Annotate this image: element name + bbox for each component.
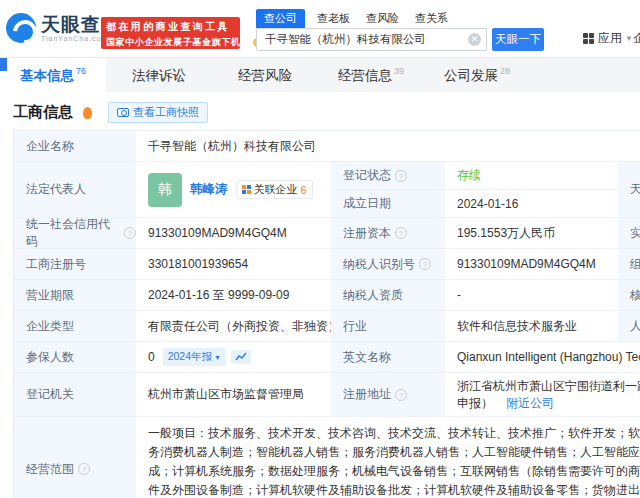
tianyancha-logo[interactable]: 天眼查 TianYanCha.com <box>6 13 108 43</box>
address-line2: 申报） <box>457 396 493 410</box>
table-row-business-term: 营业期限 2024-01-16 至 9999-09-09 纳税人资质 - 核 <box>14 280 640 311</box>
logo-swirl-icon <box>6 13 36 43</box>
tab-basic-info-count: 76 <box>76 66 86 76</box>
credit-code-value: 91330109MAD9M4GQ4M <box>136 218 331 248</box>
question-icon[interactable]: ? <box>78 463 90 475</box>
clipped-edge-text: 企 <box>633 30 640 47</box>
registration-status-label: 登记状态 ? <box>331 162 445 189</box>
tab-company-development-count: 28 <box>500 66 510 76</box>
table-row-insured-english-name: 参保人数 0 2024年报 ▼ 英文名称 Qianxun Intelligent… <box>14 342 640 373</box>
question-icon[interactable]: ? <box>419 258 431 270</box>
credit-code-text: 统一社会信用代码 <box>26 216 120 250</box>
industry-label: 行业 <box>331 311 445 341</box>
trend-chart-button[interactable] <box>231 350 251 364</box>
business-info-card: 工商信息 查看工商快照 企业名称 千寻智能（杭州）科技有限公司 法定代表人 韩 … <box>0 92 640 498</box>
tab-legal-litigation[interactable]: 法律诉讼 <box>106 58 212 93</box>
search-tab-relation[interactable]: 查关系 <box>415 9 448 28</box>
apps-menu[interactable]: 应用 ▼ <box>583 30 633 47</box>
question-icon[interactable]: ? <box>124 227 136 239</box>
tab-company-development[interactable]: 公司发展 28 <box>424 58 530 93</box>
registry-authority-label: 登记机关 <box>14 373 136 416</box>
tab-operation-risk-label: 经营风险 <box>238 67 292 85</box>
tab-basic-info-label: 基本信息 <box>20 67 74 85</box>
view-snapshot-button[interactable]: 查看工商快照 <box>108 102 208 123</box>
search-tab-risk[interactable]: 查风险 <box>366 9 399 28</box>
annual-report-link[interactable]: 2024年报 ▼ <box>163 348 226 366</box>
search-tab-boss[interactable]: 查老板 <box>317 9 350 28</box>
search-area: 查公司 查老板 查风险 查关系 ✕ 天眼一下 <box>256 10 544 51</box>
chevron-down-icon: ▼ <box>214 354 221 361</box>
paid-capital-label-clipped: 实 <box>618 218 640 248</box>
section-title: 工商信息 <box>13 103 73 122</box>
tab-basic-info[interactable]: 基本信息 76 <box>0 58 106 93</box>
tianyan-score-label-clipped: 天 <box>618 162 640 217</box>
scope-line-3: 成；计算机系统服务；数据处理服务；机械电气设备销售；互联网销售（除销售需要许可的… <box>148 462 640 481</box>
english-name-label: 英文名称 <box>331 342 445 372</box>
line-chart-icon <box>235 352 247 362</box>
registered-capital-label: 注册资本 ? <box>331 218 445 248</box>
registered-address-label: 注册地址 ? <box>331 373 445 416</box>
registered-address-text: 注册地址 <box>343 386 391 403</box>
question-icon[interactable]: ? <box>395 389 407 401</box>
company-name-label: 企业名称 <box>14 131 136 161</box>
clear-search-icon[interactable]: ✕ <box>468 33 481 46</box>
tab-legal-litigation-label: 法律诉讼 <box>132 67 186 85</box>
business-term-label: 营业期限 <box>14 280 136 310</box>
org-chart-icon <box>242 185 251 194</box>
company-type-value: 有限责任公司（外商投资、非独资） <box>136 311 331 341</box>
table-row-business-scope: 经营范围 ? 一般项目：技术服务、技术开发、技术咨询、技术交流、技术转让、技术推… <box>14 417 640 498</box>
tab-operation-risk[interactable]: 经营风险 <box>212 58 318 93</box>
nearby-companies-link[interactable]: 附近公司 <box>506 396 554 410</box>
top-header: 天眼查 TianYanCha.com 都在用的商业查询工具 国家中小企业发展子基… <box>0 0 640 57</box>
promo-banner: 都在用的商业查询工具 国家中小企业发展子基金旗下机构 <box>101 17 240 49</box>
tab-business-info-label: 经营信息 <box>338 67 392 85</box>
annual-report-label: 2024年报 <box>168 350 212 364</box>
org-code-label-clipped: 组 <box>618 249 640 279</box>
status-badge: 存续 <box>457 167 481 184</box>
registration-info-table: 企业名称 千寻智能（杭州）科技有限公司 法定代表人 韩 韩峰涛 关联企业 6 登… <box>13 130 640 498</box>
view-snapshot-label: 查看工商快照 <box>133 105 199 120</box>
registered-capital-text: 注册资本 <box>343 225 391 242</box>
search-input[interactable] <box>256 28 487 51</box>
legal-rep-name-link[interactable]: 韩峰涛 <box>190 181 228 198</box>
table-row-legal-representative: 法定代表人 韩 韩峰涛 关联企业 6 登记状态 ? 存续 <box>14 162 640 218</box>
table-row-authority-address: 登记机关 杭州市萧山区市场监督管理局 注册地址 ? 浙江省杭州市萧山区宁围街道利… <box>14 373 640 417</box>
address-line1: 浙江省杭州市萧山区宁围街道利一路188号天 <box>457 378 640 395</box>
related-companies-count: 6 <box>301 184 307 196</box>
camera-icon <box>117 108 129 117</box>
credit-code-label: 统一社会信用代码 ? <box>14 218 136 248</box>
company-name-value: 千寻智能（杭州）科技有限公司 <box>136 131 640 161</box>
registration-status-value: 存续 <box>445 162 618 189</box>
establish-date-value: 2024-01-16 <box>445 190 618 217</box>
business-scope-text: 经营范围 <box>26 461 74 478</box>
brand-domain: TianYanCha.com <box>41 35 108 42</box>
scope-line-4: 件及外围设备制造；计算机软硬件及辅助设备批发；计算机软硬件及辅助设备零售；货物进… <box>148 481 640 498</box>
tab-business-info[interactable]: 经营信息 39 <box>318 58 424 93</box>
status-date-subgrid: 登记状态 ? 存续 成立日期 2024-01-16 <box>331 162 618 217</box>
staff-size-label-clipped: 人 <box>618 311 640 341</box>
insured-count-label: 参保人数 <box>14 342 136 372</box>
insured-count-number: 0 <box>148 350 155 364</box>
question-icon[interactable]: ? <box>395 170 407 182</box>
business-term-value: 2024-01-16 至 9999-09-09 <box>136 280 331 310</box>
tab-business-info-count: 39 <box>394 66 404 76</box>
search-button[interactable]: 天眼一下 <box>492 28 544 51</box>
related-companies-badge[interactable]: 关联企业 6 <box>236 180 313 199</box>
question-icon[interactable]: ? <box>395 227 407 239</box>
registration-number-value: 330181001939654 <box>136 249 331 279</box>
business-scope-value: 一般项目：技术服务、技术开发、技术咨询、技术交流、技术转让、技术推广；软件开发；… <box>136 417 640 498</box>
banner-line1: 都在用的商业查询工具 <box>106 20 235 34</box>
legal-rep-value: 韩 韩峰涛 关联企业 6 <box>136 162 331 217</box>
alert-icon <box>83 107 92 119</box>
chevron-down-icon: ▼ <box>625 34 633 43</box>
search-tab-company[interactable]: 查公司 <box>256 9 305 28</box>
related-companies-label: 关联企业 <box>254 182 298 197</box>
banner-line2: 国家中小企业发展子基金旗下机构 <box>106 36 250 49</box>
approval-date-label-clipped: 核 <box>618 280 640 310</box>
registered-capital-value: 195.1553万人民币 <box>445 218 618 248</box>
table-row-registration-number: 工商注册号 330181001939654 纳税人识别号 ? 91330109M… <box>14 249 640 280</box>
legal-rep-label: 法定代表人 <box>14 162 136 217</box>
legal-rep-avatar[interactable]: 韩 <box>148 173 182 207</box>
company-type-label: 企业类型 <box>14 311 136 341</box>
strip-blue-marker <box>0 58 7 71</box>
